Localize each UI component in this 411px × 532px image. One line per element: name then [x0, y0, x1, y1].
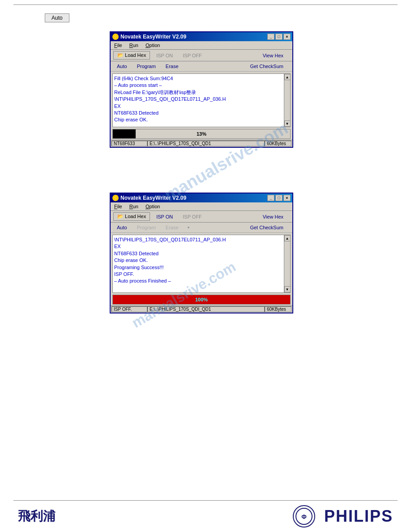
window2-menu-file[interactable]: File — [112, 203, 124, 210]
window2-controls: _ □ × — [267, 195, 291, 201]
window2-toolbar2: Auto Program Erase • Get CheckSum — [111, 223, 292, 233]
window1: ⚡ Novatek EasyWriter V2.09 _ □ × File Ru… — [110, 31, 293, 148]
window1-program-btn[interactable]: Program — [133, 63, 159, 70]
window2-log: \NT\PHILIPS_170S_QDI_QD17EL0711_AP_036.H… — [112, 235, 291, 293]
window2-menu-option[interactable]: Option — [144, 203, 162, 210]
window2-status-file: E:\..\PHILIPS_170S_QDI_QD1 — [147, 306, 265, 312]
footer: 飛利浦 Φ PHILIPS — [0, 505, 411, 528]
window2-titlebar[interactable]: ⚡ Novatek EasyWriter V2.09 _ □ × — [111, 193, 292, 202]
window2-status-size: 60KBytes — [265, 306, 291, 312]
window2-title-text: Novatek EasyWriter V2.09 — [120, 195, 186, 201]
window1-progress-fill — [113, 129, 136, 138]
window2-program-btn[interactable]: Program — [133, 224, 159, 231]
window2-log-text: \NT\PHILIPS_170S_QDI_QD17EL0711_AP_036.H… — [114, 236, 289, 285]
window2-scroll-down[interactable]: ▼ — [284, 286, 291, 292]
window1-scrollbar[interactable]: ▲ ▼ — [284, 74, 290, 127]
window2-scroll-track — [284, 241, 290, 286]
philips-logo-circle: Φ — [293, 505, 315, 528]
window1-title-text: Novatek EasyWriter V2.09 — [120, 34, 186, 40]
window1-isp-off-btn[interactable]: ISP OFF — [179, 52, 206, 59]
window1-scroll-track — [284, 80, 290, 120]
top-divider — [13, 4, 398, 5]
window1-scroll-up[interactable]: ▲ — [284, 74, 291, 80]
window2-maximize[interactable]: □ — [275, 195, 283, 201]
window1-load-hex-btn[interactable]: 📂 Load Hex — [113, 51, 150, 60]
window1-erase-btn[interactable]: Erase — [162, 63, 182, 70]
window1-minimize[interactable]: _ — [267, 34, 274, 40]
window1-status-file: E:\..\PHILIPS_170S_QDI_QD1 — [147, 141, 265, 146]
window2-menubar: File Run Option — [111, 202, 292, 211]
window1-close[interactable]: × — [283, 34, 291, 40]
philips-shield-icon: Φ — [295, 507, 313, 525]
window2-menu-run[interactable]: Run — [128, 203, 140, 210]
window2-scroll-up[interactable]: ▲ — [284, 235, 291, 241]
window2-statusbar: ISP OFF. E:\..\PHILIPS_170S_QDI_QD1 60KB… — [111, 305, 292, 313]
window1-status-device: NT68F633 — [111, 141, 147, 146]
window1-statusbar: NT68F633 E:\..\PHILIPS_170S_QDI_QD1 60KB… — [111, 140, 292, 147]
window2-toolbar1: 📂 Load Hex ISP ON ISP OFF View Hex — [111, 211, 292, 223]
window1-status-size: 60KBytes — [265, 141, 291, 146]
window2-progress: 100% — [112, 295, 291, 305]
window1-view-hex-btn[interactable]: View Hex — [259, 52, 287, 59]
window1-controls: _ □ × — [267, 34, 291, 40]
window2-auto-btn[interactable]: Auto — [113, 224, 131, 231]
window2-scrollbar[interactable]: ▲ ▼ — [284, 235, 290, 292]
footer-brand-en: PHILIPS — [324, 507, 393, 526]
window1-menubar: File Run Option — [111, 41, 292, 50]
window1-title-left: ⚡ Novatek EasyWriter V2.09 — [112, 34, 186, 40]
window1-progress: 13% — [112, 129, 291, 139]
window1-menu-run[interactable]: Run — [128, 42, 140, 48]
window2-title-left: ⚡ Novatek EasyWriter V2.09 — [112, 195, 186, 201]
window1-maximize[interactable]: □ — [275, 34, 283, 40]
window1-titlebar[interactable]: ⚡ Novatek EasyWriter V2.09 _ □ × — [111, 32, 292, 41]
window1-auto-btn[interactable]: Auto — [113, 63, 131, 70]
window1-toolbar2: Auto Program Erase Get CheckSum — [111, 61, 292, 72]
window1-icon: ⚡ — [112, 34, 119, 40]
window2-erase-btn[interactable]: Erase — [162, 224, 182, 231]
window1-checksum-btn[interactable]: Get CheckSum — [246, 63, 287, 70]
auto-button-container: Auto — [45, 13, 69, 22]
window1-log: Fill (64k) Check Sum:94C4 – Auto process… — [112, 73, 291, 127]
window2-minimize[interactable]: _ — [267, 195, 274, 201]
window2: ⚡ Novatek EasyWriter V2.09 _ □ × File Ru… — [110, 193, 293, 313]
footer-right: Φ PHILIPS — [293, 505, 393, 528]
window2-isp-on-btn[interactable]: ISP ON — [153, 213, 176, 220]
window2-bullet: • — [188, 224, 190, 231]
window2-close[interactable]: × — [283, 195, 291, 201]
window1-progress-label: 13% — [197, 131, 206, 137]
window2-icon: ⚡ — [112, 195, 119, 201]
window2-load-hex-btn[interactable]: 📂 Load Hex — [113, 212, 150, 221]
footer-brand-cn: 飛利浦 — [18, 508, 56, 525]
window2-status-device: ISP OFF. — [111, 306, 147, 312]
window1-isp-on-btn[interactable]: ISP ON — [153, 52, 176, 59]
bottom-divider — [13, 500, 398, 501]
svg-text:Φ: Φ — [301, 513, 307, 520]
window1-scroll-down[interactable]: ▼ — [284, 120, 291, 127]
window2-progress-label: 100% — [195, 297, 208, 302]
window2-checksum-btn[interactable]: Get CheckSum — [246, 224, 287, 231]
window1-toolbar1: 📂 Load Hex ISP ON ISP OFF View Hex — [111, 50, 292, 61]
window1-menu-file[interactable]: File — [112, 42, 124, 48]
window1-menu-option[interactable]: Option — [144, 42, 162, 48]
auto-button[interactable]: Auto — [45, 13, 69, 22]
window1-log-text: Fill (64k) Check Sum:94C4 – Auto process… — [114, 75, 289, 124]
window2-view-hex-btn[interactable]: View Hex — [259, 213, 287, 220]
window2-isp-off-btn[interactable]: ISP OFF — [179, 213, 206, 220]
